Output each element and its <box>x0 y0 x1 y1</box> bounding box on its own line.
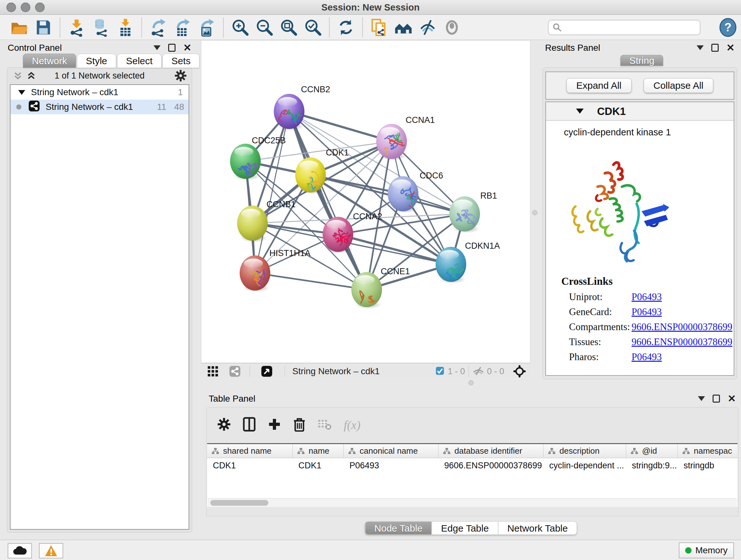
edge-CCNE1-HIST1H1A[interactable] <box>255 273 367 290</box>
left-splitter[interactable] <box>195 40 201 378</box>
edge-CCNB2-CCNE1[interactable] <box>289 111 367 290</box>
collapse-all-button[interactable]: Collapse All <box>644 78 714 93</box>
zoom-fit-button[interactable] <box>278 17 299 38</box>
tab-network[interactable]: Network <box>23 54 76 68</box>
horizontal-splitter[interactable] <box>201 378 741 391</box>
edge-CDK1-RB1[interactable] <box>311 175 465 214</box>
network-canvas[interactable]: CCNB2CCNA1CDC25BCDK1CDC6RB1CCNB1CCNA2CDK… <box>201 40 530 363</box>
create-column-plus-icon[interactable] <box>268 418 281 432</box>
cloud-button[interactable] <box>8 543 32 558</box>
splitter-handle[interactable] <box>468 380 474 385</box>
table-horizontal-scrollbar[interactable] <box>208 498 737 507</box>
network-node-CCNA2[interactable] <box>323 217 353 253</box>
column-header-label: database identifier <box>455 446 522 456</box>
scrollbar-thumb[interactable] <box>210 500 268 506</box>
network-node-CDK1[interactable] <box>295 158 326 198</box>
right-splitter[interactable] <box>530 40 540 378</box>
float-panel-icon[interactable] <box>168 44 176 52</box>
save-session-button[interactable] <box>33 17 54 38</box>
expand-all-button[interactable]: Expand All <box>566 78 631 93</box>
crosslinks-list: Uniprot:P06493GeneCard:P06493Compartment… <box>569 291 727 366</box>
current-network-name: String Network – cdk1 <box>292 366 380 376</box>
tab-style[interactable]: Style <box>77 54 116 68</box>
collapse-section-caret-icon[interactable] <box>576 109 584 118</box>
tree-expand-caret-icon[interactable] <box>18 90 25 98</box>
export-table-button[interactable] <box>172 17 193 38</box>
column-header-canonical-name[interactable]: canonical name <box>344 444 439 458</box>
zoom-in-button[interactable] <box>230 17 250 38</box>
delete-column-trash-icon[interactable] <box>293 417 306 433</box>
column-header-name[interactable]: name <box>293 444 344 458</box>
crosslink-value-link[interactable]: P06493 <box>631 306 662 321</box>
tab-node-table[interactable]: Node Table <box>365 521 432 535</box>
home-network-button[interactable] <box>393 17 414 38</box>
show-columns-icon[interactable] <box>243 417 256 433</box>
column-header-namespac[interactable]: namespac <box>678 444 741 458</box>
network-node-RB1[interactable] <box>449 196 480 233</box>
network-options-gear-icon[interactable] <box>175 70 187 83</box>
memory-button[interactable]: Memory <box>679 543 734 558</box>
tab-select[interactable]: Select <box>117 54 161 68</box>
string-network-graph[interactable]: CCNB2CCNA1CDC25BCDK1CDC6RB1CCNB1CCNA2CDK… <box>201 41 531 363</box>
tab-edge-table[interactable]: Edge Table <box>432 521 498 535</box>
network-collection-row[interactable]: String Network – cdk1 1 <box>10 85 189 100</box>
search-input[interactable] <box>562 23 690 33</box>
export-network-button[interactable] <box>148 17 169 38</box>
close-panel-icon[interactable]: ✕ <box>728 394 736 403</box>
tab-sets[interactable]: Sets <box>162 54 199 68</box>
panel-menu-icon[interactable] <box>153 45 160 54</box>
panel-menu-icon[interactable] <box>697 45 704 54</box>
network-node-CDKN1A[interactable] <box>435 247 466 284</box>
zoom-out-button[interactable] <box>254 17 274 38</box>
help-button[interactable]: ? <box>719 18 737 37</box>
close-panel-icon[interactable]: ✕ <box>726 43 735 53</box>
preview-eye-button[interactable] <box>442 17 462 38</box>
column-attribute-icon <box>682 448 690 455</box>
tab-string[interactable]: String <box>620 55 663 66</box>
crosslink-value-link[interactable]: 9606.ENSP00000378699 <box>631 321 732 336</box>
open-session-button[interactable] <box>9 17 29 38</box>
warning-button[interactable] <box>39 543 63 558</box>
close-panel-icon[interactable]: ✕ <box>183 43 192 53</box>
import-table-button[interactable] <box>115 17 135 38</box>
birdseye-view-icon[interactable] <box>261 366 273 378</box>
import-network-button[interactable] <box>66 17 87 38</box>
table-header-row: shared namenamecanonical namedatabase id… <box>207 444 738 458</box>
network-node-CCNE1[interactable] <box>351 272 382 316</box>
selected-checkbox-icon[interactable] <box>435 367 444 376</box>
search-box[interactable] <box>548 20 700 35</box>
table-type-tabs: Node TableEdge TableNetwork Table <box>365 521 577 535</box>
splitter-handle[interactable] <box>532 210 537 215</box>
table-row[interactable]: CDK1CDK1P064939606.ENSP00000378699cyclin… <box>207 458 738 473</box>
float-panel-icon[interactable] <box>713 395 720 402</box>
share-network-icon[interactable] <box>229 366 241 378</box>
column-header-label: description <box>559 446 600 456</box>
network-node-CCNB1[interactable] <box>237 206 268 242</box>
network-node-CDC6[interactable] <box>388 176 423 213</box>
float-panel-icon[interactable] <box>711 44 719 52</box>
copy-document-button[interactable] <box>369 17 389 38</box>
column-header-description[interactable]: description <box>543 444 626 458</box>
show-hide-graphics-button[interactable] <box>417 17 438 38</box>
network-node-HIST1H1A[interactable] <box>240 255 270 292</box>
column-header-database-identifier[interactable]: database identifier <box>439 444 543 458</box>
tab-network-table[interactable]: Network Table <box>498 521 577 535</box>
table-options-gear-icon[interactable] <box>217 418 231 432</box>
crosslink-value-link[interactable]: P06493 <box>631 291 662 306</box>
crosslink-value-link[interactable]: P06493 <box>631 351 662 366</box>
network-node-CDC25B[interactable] <box>230 144 261 180</box>
network-row-selected[interactable]: String Network – cdk1 11 48 <box>10 100 189 114</box>
hidden-eye-slash-icon[interactable] <box>472 367 484 377</box>
crosshair-icon[interactable] <box>513 365 526 379</box>
refresh-layout-button[interactable] <box>336 17 356 38</box>
import-database-button[interactable] <box>91 17 111 38</box>
grid-view-icon[interactable] <box>207 366 218 378</box>
column-header--id[interactable]: @id <box>626 444 678 458</box>
zoom-selected-button[interactable] <box>302 17 323 38</box>
column-header-shared-name[interactable]: shared name <box>207 444 293 458</box>
panel-menu-icon[interactable] <box>698 396 705 405</box>
crosslink-value-link[interactable]: 9606.ENSP00000378699 <box>631 336 732 351</box>
protein-card-header[interactable]: CDK1 <box>546 102 734 121</box>
export-image-button[interactable] <box>197 17 217 38</box>
node-label-CDKN1A: CDKN1A <box>465 241 500 251</box>
